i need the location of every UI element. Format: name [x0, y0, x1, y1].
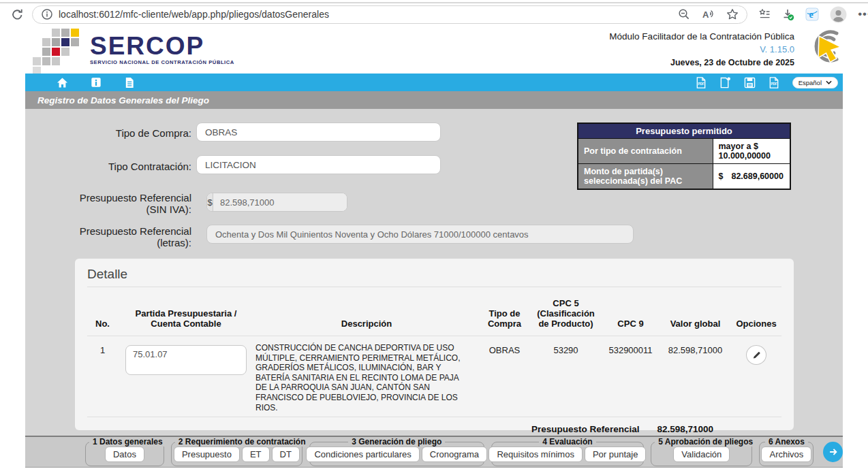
budget-row-value: $ 82.689,60000 — [713, 164, 790, 190]
detalle-table-header: No. Partida Presupuestaria / Cuenta Cont… — [87, 298, 781, 336]
language-select[interactable]: Español — [792, 77, 838, 88]
save-floppy-icon — [744, 77, 756, 88]
main-content: Tipo de Compra: Tipo Contratación: Presu… — [25, 109, 843, 436]
budget-amount: 82.689,60000 — [731, 172, 783, 181]
sercop-logo-mosaic-icon — [33, 29, 82, 74]
reload-icon — [11, 8, 24, 21]
info-button[interactable] — [91, 77, 102, 88]
tipo-compra-value: OBRAS — [479, 342, 530, 355]
detalle-title: Detalle — [87, 267, 781, 282]
chevron-down-icon — [826, 80, 832, 84]
site-info-icon[interactable] — [41, 8, 53, 20]
presupuesto-permitido-table: Presupuesto permitido Por tipo de contra… — [577, 123, 791, 190]
url-text[interactable]: localhost:6012/mfc-cliente/web/app.php/p… — [59, 9, 672, 20]
step-group-requerimiento: 2 Requerimiento de contratación Presupue… — [171, 437, 303, 466]
read-aloud-icon[interactable]: A — [702, 8, 715, 20]
cronograma-button[interactable]: Cronograma — [422, 446, 487, 462]
profile-avatar[interactable] — [830, 6, 847, 23]
mfc-swirl-logo-icon — [799, 27, 849, 67]
partida-input[interactable]: 75.01.07 — [125, 345, 247, 375]
collections-icon[interactable] — [758, 8, 771, 20]
favorite-star-icon[interactable] — [726, 8, 739, 20]
valor-global-value: 82.598,71000 — [660, 342, 731, 355]
col-header-opciones: Opciones — [731, 319, 781, 329]
save-button[interactable] — [744, 77, 756, 88]
detalle-panel: Detalle No. Partida Presupuestaria / Cue… — [75, 259, 794, 430]
presupuesto-letras-input[interactable] — [206, 225, 634, 244]
brand-subtitle: SERVICIO NACIONAL DE CONTRATACIÓN PÚBLIC… — [90, 59, 234, 65]
export-pdf-button[interactable]: PDF — [696, 77, 707, 88]
home-button[interactable] — [57, 77, 68, 88]
budget-row-value: mayor a $ 10.000,00000 — [713, 139, 790, 164]
col-header-partida: Partida Presupuestaria / Cuenta Contable — [118, 308, 254, 329]
descripcion-text: CONSTRUCCIÓN DE CANCHA DEPORTIVA DE USO … — [254, 342, 479, 412]
cpc9-value: 532900011 — [602, 342, 660, 355]
step-navigation-bar: 1 Datos generales Datos 2 Requerimiento … — [25, 436, 843, 468]
svg-text:e: e — [809, 10, 813, 20]
budget-row-label: Por tipo de contratación — [578, 139, 713, 164]
row-number: 1 — [87, 342, 118, 355]
next-step-button[interactable] — [823, 442, 843, 462]
pencil-icon — [751, 350, 762, 360]
print-pdf-button[interactable]: PDF — [769, 77, 779, 88]
brand-title: SERCOP — [90, 34, 234, 59]
app-version: V. 1.15.0 — [609, 44, 794, 54]
col-header-cpc9: CPC 9 — [602, 319, 660, 329]
step-group-evaluacion: 4 Evaluación Requisitos mínimos Por punt… — [491, 437, 645, 466]
home-icon — [57, 77, 68, 88]
arrow-right-icon — [828, 446, 839, 457]
document-button[interactable] — [124, 77, 135, 88]
presupuesto-sin-iva-group: $ — [206, 193, 347, 212]
divider — [87, 287, 781, 287]
step-group-generacion-pliego: 3 Generación de pliego Condiciones parti… — [309, 437, 484, 466]
cpc5-value: 53290 — [530, 342, 602, 355]
footer-total: 82.598,71000 — [657, 424, 713, 434]
step-group-anexos: 6 Anexos Archivos — [759, 437, 813, 466]
footer-label: Presupuesto Referencial — [531, 424, 639, 434]
budget-row-label: Monto de partida(s) seleccionada(s) del … — [578, 164, 713, 190]
window-divider — [0, 2, 868, 3]
zoom-out-icon[interactable] — [678, 8, 690, 20]
tipo-contratacion-label: Tipo Contratación: — [25, 161, 191, 172]
more-menu-icon[interactable]: ••• — [858, 7, 868, 21]
svg-text:A: A — [702, 10, 709, 20]
svg-text:PDF: PDF — [771, 82, 777, 86]
tipo-contratacion-input[interactable] — [196, 155, 441, 174]
presupuesto-sin-iva-label: Presupuesto Referencial (SIN IVA): — [25, 192, 191, 215]
validacion-button[interactable]: Validación — [673, 446, 730, 462]
archivos-button[interactable]: Archivos — [761, 446, 811, 462]
app-header: SERCOP SERVICIO NACIONAL DE CONTRATACIÓN… — [0, 25, 868, 74]
ie-mode-icon[interactable]: e — [805, 7, 819, 21]
tipo-compra-input[interactable] — [196, 123, 441, 142]
new-document-button[interactable] — [719, 77, 731, 88]
document-icon — [124, 77, 135, 88]
datos-button[interactable]: Datos — [105, 446, 144, 462]
budget-table-title: Presupuesto permitido — [578, 123, 790, 139]
presupuesto-button[interactable]: Presupuesto — [174, 446, 240, 462]
address-bar[interactable]: localhost:6012/mfc-cliente/web/app.php/p… — [32, 5, 747, 24]
current-date: Jueves, 23 de Octubre de 2025 — [609, 58, 794, 67]
page-title: Registro de Datos Generales del Pliego — [37, 95, 209, 105]
currency-symbol: $ — [719, 172, 724, 181]
condiciones-particulares-button[interactable]: Condiciones particulares — [306, 446, 419, 462]
table-row: 1 75.01.07 CONSTRUCCIÓN DE CANCHA DEPORT… — [87, 336, 781, 417]
pdf-file-icon: PDF — [696, 77, 707, 88]
col-header-valor-global: Valor global — [660, 319, 731, 329]
currency-addon: $ — [207, 193, 213, 211]
requisitos-minimos-button[interactable]: Requisitos mínimos — [489, 446, 582, 462]
reload-button[interactable] — [11, 8, 24, 21]
col-header-cpc5: CPC 5 (Clasificación de Producto) — [530, 298, 602, 329]
downloads-icon[interactable] — [781, 8, 794, 21]
por-puntaje-button[interactable]: Por puntaje — [585, 446, 647, 462]
presupuesto-letras-label: Presupuesto Referencial (letras): — [25, 225, 191, 248]
module-title: Módulo Facilitador de la Contratación Pú… — [609, 31, 794, 42]
svg-text:PDF: PDF — [698, 82, 704, 86]
dt-button[interactable]: DT — [272, 446, 300, 462]
tipo-compra-label: Tipo de Compra: — [25, 127, 191, 139]
et-button[interactable]: ET — [242, 446, 270, 462]
presupuesto-sin-iva-input[interactable] — [213, 193, 347, 211]
detalle-footer: Presupuesto Referencial 82.598,71000 — [87, 417, 781, 434]
edit-row-button[interactable] — [746, 345, 766, 365]
pdf-file-icon: PDF — [769, 77, 779, 88]
step-group-aprobacion: 5 Aprobación de pliegos Validación — [651, 437, 752, 466]
